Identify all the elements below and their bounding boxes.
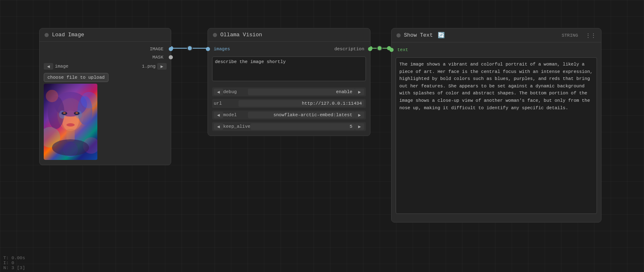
file-prev-button[interactable]: ◄ [44,63,53,70]
url-row: url http://127.0.0.1:11434 [208,98,370,109]
model-row-inner: ◄ model snowflake-arctic-embed:latest ► [212,110,366,120]
svg-point-21 [81,92,97,108]
menu-icon[interactable]: ⋮⋮ [585,32,596,39]
debug-value: enable [248,89,355,95]
file-selector-row: ◄ image 1.png ► [40,61,171,71]
text-port-row: text [392,46,601,54]
show-text-body: text The image shows a vibrant and color… [392,42,601,222]
keep-alive-next-button[interactable]: ► [355,123,364,130]
model-next-button[interactable]: ► [355,112,364,118]
portrait-svg [44,84,97,160]
load-image-header: Load Image [40,28,171,42]
images-input-port[interactable] [206,47,210,51]
text-input-port[interactable] [389,48,394,52]
ollama-status-dot [213,33,217,37]
image-preview [44,84,167,160]
url-row-inner: url http://127.0.0.1:11434 [212,99,366,108]
model-row: ◄ model snowflake-arctic-embed:latest ► [208,109,370,121]
mask-output-port[interactable] [169,55,173,59]
show-text-header: Show Text 🔄 STRING ⋮⋮ [392,28,601,42]
svg-point-18 [75,112,78,114]
url-label: url [214,101,238,106]
ollama-header: Ollama Vision [208,28,370,42]
svg-point-19 [66,123,75,127]
mask-port-row: MASK [40,53,171,61]
image-type-label: image [55,64,68,69]
status-time: T: 0.00s [3,256,25,260]
model-prev-button[interactable]: ◄ [214,112,223,118]
mask-port-label: MASK [153,55,163,60]
status-nodes: N: 3 [3] [3,265,25,270]
debug-prev-button[interactable]: ◄ [214,89,223,95]
svg-point-26 [52,139,89,156]
keep-alive-label: keep_alive [223,124,250,129]
status-iterations: I: 0 [3,260,25,265]
image-output-port[interactable] [169,47,173,51]
load-image-title: Load Image [52,32,84,38]
url-value: http://127.0.0.1:11434 [238,100,364,107]
load-image-status-dot [45,33,49,37]
model-value: snowflake-arctic-embed:latest [248,112,355,118]
load-image-body: IMAGE MASK ◄ image 1.png ► choose file t… [40,42,171,165]
description-output-port[interactable] [368,47,372,51]
ollama-ports-row: images description [208,45,370,53]
images-port-label: images [214,47,230,52]
svg-point-20 [46,90,58,102]
refresh-icon[interactable]: 🔄 [438,32,445,39]
text-port-label: text [397,47,408,52]
show-text-status-dot [396,33,401,38]
load-image-node: Load Image IMAGE MASK ◄ image 1.png ► ch… [39,28,171,165]
debug-row-inner: ◄ debug enable ► [212,87,366,96]
debug-row: ◄ debug enable ► [208,86,370,98]
debug-label: debug [223,89,248,94]
debug-next-button[interactable]: ► [355,89,364,95]
ollama-body: images description describe the image sh… [208,42,370,136]
image-port-row: IMAGE [40,45,171,53]
file-next-button[interactable]: ► [157,63,167,70]
keep-alive-prev-button[interactable]: ◄ [214,123,223,130]
ollama-vision-node: Ollama Vision images description describ… [208,28,370,136]
upload-button[interactable]: choose file to upload [44,73,109,82]
nodes-layer: Load Image IMAGE MASK ◄ image 1.png ► ch… [0,0,644,272]
string-type-label: STRING [561,33,578,38]
file-name-display: 1.png [70,64,156,69]
status-bar: T: 0.00s I: 0 N: 3 [3] [3,256,25,270]
image-port-label: IMAGE [150,47,163,52]
keep-alive-value: 5 [250,123,355,130]
text-output-area[interactable]: The image shows a vibrant and colorful p… [396,57,597,214]
keep-alive-row: ◄ keep_alive 5 ► [208,121,370,132]
portrait-image [44,84,97,160]
show-text-node: Show Text 🔄 STRING ⋮⋮ text The image sho… [391,28,602,223]
keep-alive-row-inner: ◄ keep_alive 5 ► [212,122,366,131]
model-label: model [223,113,248,117]
ollama-title: Ollama Vision [220,32,262,38]
svg-point-17 [63,112,66,114]
prompt-textarea[interactable]: describe the image shortly [212,56,366,81]
show-text-title: Show Text [404,32,433,38]
description-port-label: description [230,47,364,52]
